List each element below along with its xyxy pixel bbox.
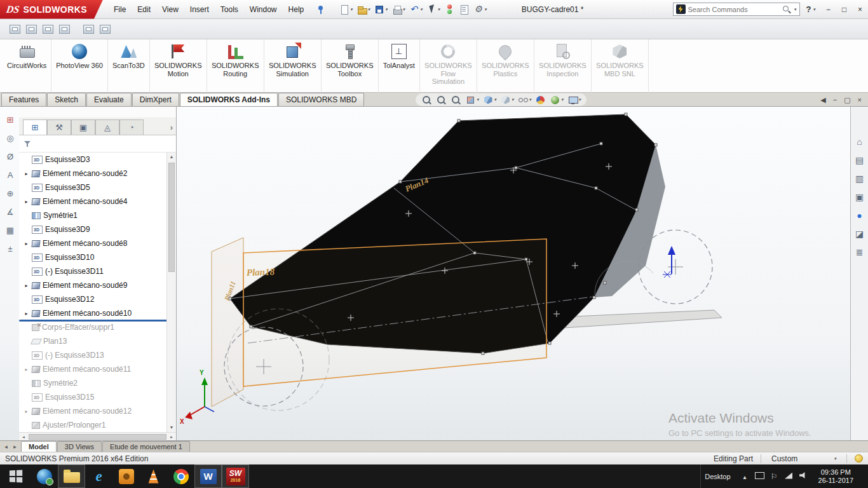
file-explorer-pane-icon[interactable]: ▥ — [853, 172, 867, 185]
tree-item[interactable]: ▸ Elément mécano-soudé8 — [24, 236, 166, 250]
hide-show-items-icon[interactable]: ▾ — [517, 95, 533, 105]
zoom-to-area-icon[interactable] — [435, 95, 448, 105]
file-properties-icon[interactable] — [458, 4, 470, 15]
tree-item[interactable]: ▸ Elément mécano-soudé4 — [24, 194, 166, 208]
undo-icon[interactable]: ▾ — [409, 4, 423, 15]
displaymanager-tab[interactable]: ◔ — [119, 119, 144, 135]
previous-view-icon[interactable] — [449, 95, 463, 105]
hidden-icons-icon[interactable] — [740, 471, 750, 481]
model-tab[interactable]: 3D Views — [57, 441, 102, 452]
circuitworks-button[interactable]: CircuitWorks — [3, 39, 51, 93]
secondary-toolbar-icon-1[interactable] — [6, 20, 23, 39]
command-tab[interactable]: Sketch — [47, 93, 86, 106]
photoview-360-button[interactable]: PhotoView 360 — [51, 39, 108, 93]
tree-scrollbar[interactable]: ▲ ▼ — [166, 152, 176, 432]
scanto3d-button[interactable]: ScanTo3D — [108, 39, 150, 93]
scroll-up-icon[interactable]: ▲ — [167, 152, 176, 161]
tree-item[interactable]: ▸ Elément mécano-soudé9 — [24, 278, 166, 292]
custom-properties-icon[interactable]: ≣ — [853, 245, 867, 259]
display-style-icon[interactable]: ▾ — [499, 95, 515, 105]
edit-appearance-icon[interactable] — [534, 95, 547, 105]
dimxpertmanager-tab[interactable]: ◬ — [95, 119, 119, 135]
volume-icon[interactable] — [799, 471, 808, 481]
size-dimension-icon[interactable]: Ø — [3, 150, 17, 163]
plane18-outline[interactable] — [243, 239, 546, 386]
tree-item[interactable]: ▸ Esquisse3D15 — [24, 390, 166, 404]
view-orientation-icon[interactable]: ▾ — [482, 95, 498, 105]
expand-arrow-icon[interactable]: ▸ — [24, 311, 29, 316]
scroll-right-icon[interactable]: ▸ — [167, 433, 176, 441]
expand-arrow-icon[interactable]: ▸ — [24, 241, 29, 247]
menu-item[interactable]: Edit — [132, 0, 156, 19]
command-tab[interactable]: SOLIDWORKS Add-Ins — [180, 93, 278, 106]
rebuild-icon[interactable] — [444, 4, 455, 15]
hscrollbar-thumb[interactable] — [29, 434, 166, 440]
tree-item[interactable]: ▸ (-) Esquisse3D11 — [24, 264, 166, 278]
vlc-icon[interactable] — [140, 464, 167, 488]
secondary-toolbar-icon-6[interactable] — [97, 20, 113, 39]
print-icon[interactable]: ▾ — [391, 4, 406, 15]
tab-scroll-left-icon[interactable]: ◂ — [3, 444, 10, 450]
menu-item[interactable]: File — [108, 0, 132, 19]
origin-triad[interactable]: Y X — [180, 369, 214, 425]
solidworks-simulation-button[interactable]: SOLIDWORKS Simulation — [264, 39, 322, 93]
touch-keyboard-icon[interactable] — [755, 471, 764, 481]
taskbar-clock[interactable]: 09:36 PM 26-11-2017 — [814, 468, 858, 485]
tree-item[interactable]: ▸ Elément mécano-soudé2 — [24, 166, 166, 180]
new-document-icon[interactable]: ▾ — [339, 4, 353, 15]
close-doc-icon[interactable]: × — [858, 94, 862, 105]
globe-app-icon[interactable] — [31, 464, 58, 488]
tree-item[interactable]: ▸ Esquisse3D12 — [24, 292, 166, 306]
command-tab[interactable]: SOLIDWORKS MBD — [278, 93, 364, 106]
solidworks-motion-button[interactable]: SOLIDWORKS Motion — [150, 39, 207, 93]
secondary-toolbar-icon-3[interactable] — [39, 20, 56, 39]
secondary-toolbar-icon-2[interactable] — [23, 20, 39, 39]
zoom-to-fit-icon[interactable] — [420, 95, 433, 105]
search-scope-icon[interactable] — [676, 4, 686, 14]
expand-arrow-icon[interactable]: ▸ — [24, 171, 29, 177]
menu-item[interactable]: Tools — [215, 0, 244, 19]
pattern-feature-icon[interactable]: ▦ — [3, 224, 17, 236]
tree-item[interactable]: ▸ Esquisse3D5 — [24, 180, 166, 194]
secondary-toolbar-icon-5[interactable] — [80, 20, 97, 39]
tree-horizontal-scrollbar[interactable]: ◂ ▸ — [19, 432, 176, 440]
model-tab[interactable]: Model — [21, 441, 57, 452]
tree-filter-field[interactable] — [19, 135, 176, 152]
command-tab[interactable]: Evaluate — [86, 93, 132, 106]
menu-item[interactable]: View — [156, 0, 184, 19]
search-caret-icon[interactable]: ▾ — [794, 7, 797, 12]
tree-item[interactable]: ▸ Plan13 — [24, 334, 166, 348]
search-input[interactable] — [688, 6, 780, 13]
menu-item[interactable]: Help — [283, 0, 310, 19]
tolanalyst-button[interactable]: TolAnalyst — [379, 39, 420, 93]
solidworks-routing-button[interactable]: SOLIDWORKS Routing — [207, 39, 264, 93]
location-dimension-icon[interactable]: ◎ — [3, 132, 17, 144]
model-tab[interactable]: Etude de mouvement 1 — [102, 441, 190, 452]
auto-dimension-scheme-icon[interactable]: ⊞ — [3, 113, 17, 126]
command-tab[interactable]: Features — [1, 93, 46, 106]
solidworks-taskbar-icon[interactable]: SW2016 — [222, 464, 249, 488]
expand-arrow-icon[interactable]: ▸ — [24, 199, 29, 205]
expand-arrow-icon[interactable]: ▸ — [24, 409, 29, 414]
select-icon[interactable]: ▾ — [426, 4, 441, 15]
minimize-doc-icon[interactable]: − — [833, 94, 837, 105]
tree-item[interactable]: ▸ Elément mécano-soudé12 — [24, 404, 166, 418]
pin-menu-icon[interactable] — [316, 4, 325, 15]
orange-app-icon[interactable] — [112, 464, 140, 488]
collapse-pane-icon[interactable]: ◀ — [820, 94, 825, 105]
options-icon[interactable]: ▾ — [473, 4, 487, 15]
plane-normal-arrow[interactable] — [663, 246, 675, 278]
expand-arrow-icon[interactable]: ▸ — [24, 283, 29, 288]
tree-item[interactable]: ▸ Symétrie1 — [24, 208, 166, 222]
tree-item[interactable]: ▸ Corps-Effacer/suppr1 — [24, 320, 166, 334]
tree-item[interactable]: ▸ Esquisse3D3 — [24, 152, 166, 166]
apply-scene-icon[interactable]: ▾ — [548, 95, 565, 105]
search-icon[interactable] — [782, 5, 791, 14]
angle-dimension-icon[interactable]: ∡ — [3, 205, 17, 218]
tree-item[interactable]: ▸ Elément mécano-soudé11 — [24, 362, 166, 376]
maximize-window-icon[interactable]: □ — [836, 0, 852, 19]
decals-icon[interactable]: ◪ — [853, 227, 867, 240]
word-icon[interactable]: W — [194, 464, 222, 488]
restore-doc-icon[interactable]: ▢ — [844, 94, 850, 105]
network-icon[interactable] — [784, 471, 794, 481]
